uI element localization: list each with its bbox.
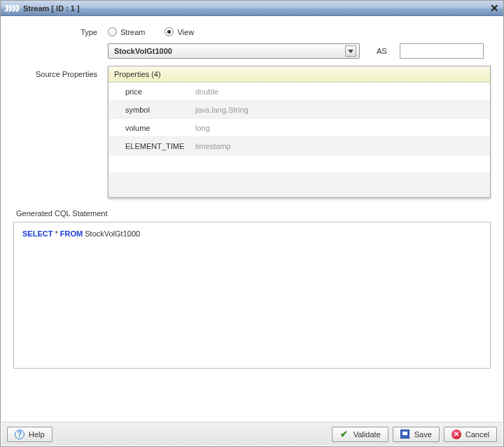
alias-input[interactable] — [400, 43, 484, 59]
save-button[interactable]: Save — [393, 427, 440, 442]
button-label: Help — [29, 430, 45, 439]
property-type: timestamp — [195, 142, 231, 150]
chevron-down-icon — [345, 45, 356, 57]
radio-label-view: View — [177, 28, 194, 36]
type-radio-view[interactable]: View — [164, 27, 194, 36]
property-type: double — [195, 87, 218, 96]
cql-text: StockVolGt1000 — [83, 229, 140, 238]
cancel-button[interactable]: ✕ Cancel — [444, 427, 497, 442]
property-name: price — [125, 87, 195, 96]
cql-keyword: FROM — [60, 229, 83, 238]
property-name: ELEMENT_TIME — [125, 142, 195, 150]
button-label: Validate — [354, 430, 381, 439]
radio-label-stream: Stream — [120, 28, 145, 36]
type-radio-stream[interactable]: Stream — [108, 27, 145, 36]
radio-icon — [164, 27, 174, 36]
radio-icon — [108, 27, 117, 36]
help-button[interactable]: ? Help — [7, 427, 52, 442]
property-name: volume — [125, 124, 195, 132]
stream-icon — [5, 5, 19, 12]
select-value: StockVolGt1000 — [114, 47, 172, 55]
properties-header[interactable]: Properties (4) — [108, 66, 490, 83]
type-label: Type — [13, 28, 108, 36]
cancel-icon: ✕ — [451, 430, 461, 439]
cql-keyword: SELECT — [22, 229, 52, 238]
title-bar: Stream [ ID : 1 ] ✕ — [1, 1, 503, 16]
dialog-footer: ? Help ✔ Validate Save ✕ Cancel — [1, 422, 503, 446]
properties-table: Properties (4) price double symbol java.… — [108, 66, 491, 198]
close-icon[interactable]: ✕ — [490, 3, 499, 13]
help-icon: ? — [15, 430, 24, 439]
cql-statement-box[interactable]: SELECT * FROM StockVolGt1000 — [13, 222, 491, 369]
table-row[interactable]: price double — [108, 83, 490, 101]
table-row — [108, 155, 490, 173]
check-icon: ✔ — [340, 430, 349, 439]
generated-cql-label: Generated CQL Statement — [16, 209, 491, 218]
property-type: java.lang.String — [195, 106, 248, 114]
table-row — [108, 173, 490, 192]
cql-text: * — [52, 229, 59, 238]
table-row[interactable]: symbol java.lang.String — [108, 101, 490, 119]
source-select[interactable]: StockVolGt1000 — [108, 43, 360, 59]
property-type: long — [195, 124, 210, 132]
property-name: symbol — [125, 106, 195, 114]
validate-button[interactable]: ✔ Validate — [332, 427, 388, 442]
button-label: Cancel — [465, 430, 489, 439]
window-title: Stream [ ID : 1 ] — [23, 4, 80, 13]
button-label: Save — [414, 430, 432, 439]
table-row[interactable]: ELEMENT_TIME timestamp — [108, 137, 490, 155]
save-icon — [400, 430, 410, 439]
source-properties-label: Source Properties — [13, 66, 108, 78]
table-footer — [108, 192, 490, 197]
as-label: AS — [377, 47, 387, 55]
table-row[interactable]: volume long — [108, 119, 490, 137]
